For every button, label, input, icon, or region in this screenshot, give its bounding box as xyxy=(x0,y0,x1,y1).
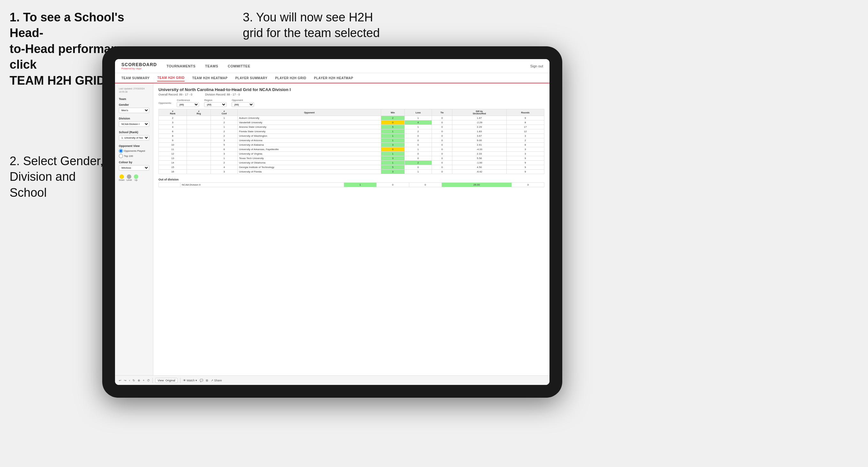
refresh-btn[interactable]: ↻ xyxy=(132,379,135,382)
opponent-view-label: Opponent View xyxy=(119,145,149,148)
subnav-team-summary[interactable]: TEAM SUMMARY xyxy=(121,75,150,81)
region-filter: Region (All) xyxy=(204,99,226,107)
clock-btn[interactable]: ⏱ xyxy=(147,379,150,382)
table-row: 2 1 Auburn University 2 1 0 1.67 9 xyxy=(159,116,545,120)
table-header-row: #Rank #Reg #Conf Opponent Win Loss Tie D… xyxy=(159,109,545,116)
th-diff: Diff AvStrokes/Rnd xyxy=(453,109,506,116)
th-opponent: Opponent xyxy=(238,109,381,116)
th-reg: #Reg xyxy=(187,109,211,116)
logo-main: SCOREBOARD xyxy=(121,62,157,67)
table-row: 16 3 University of Florida 3 1 0 -6.42 9 xyxy=(159,169,545,174)
bottom-toolbar: ↩ ↪ ‹ ↻ ⊕ + ⏱ View: Original 👁 Watch ▾ 💬… xyxy=(115,375,550,385)
region-select[interactable]: (All) xyxy=(204,102,226,107)
opponents-played-option[interactable]: Opponents Played xyxy=(119,149,149,153)
conference-filter: Conference (All) xyxy=(177,99,199,107)
th-rounds: Rounds xyxy=(506,109,544,116)
nav-teams[interactable]: TEAMS xyxy=(205,63,218,69)
legend-level-label: Level xyxy=(126,179,132,181)
undo-btn[interactable]: ↩ xyxy=(119,379,121,382)
legend-level-dot xyxy=(127,175,131,179)
opponent-select[interactable]: (All) xyxy=(231,102,254,107)
ann2-text: 2. Select Gender, Division and School xyxy=(9,154,103,199)
sign-out[interactable]: Sign out xyxy=(530,64,543,68)
subnav-team-h2h-grid[interactable]: TEAM H2H GRID xyxy=(157,75,184,82)
table-row: 3 2 Vanderbilt University 0 4 0 -2.29 8 xyxy=(159,120,545,125)
table-row: 8 2 University of Washington 1 0 0 3.67 … xyxy=(159,134,545,138)
th-loss: Loss xyxy=(404,109,432,116)
division-record: Division Record: 88 - 17 - 0 xyxy=(205,93,240,96)
legend-down-label: Down xyxy=(119,179,125,181)
out-division-row: NCAA Division II 1 0 0 26.00 3 xyxy=(159,183,545,187)
opponent-filter: Opponent (All) xyxy=(231,99,254,107)
redo-btn[interactable]: ↪ xyxy=(124,379,126,382)
table-body: 2 1 Auburn University 2 1 0 1.67 9 3 2 V… xyxy=(159,116,545,174)
out-division-table: NCAA Division II 1 0 0 26.00 3 xyxy=(158,182,545,187)
school-select[interactable]: 1. University of Nort... xyxy=(119,135,149,141)
ann1-line1: 1. To see a School's Head- xyxy=(9,10,124,40)
table-row: 13 1 Texas Tech University 3 0 0 5.56 9 xyxy=(159,156,545,161)
division-label: Division xyxy=(119,117,149,120)
th-tie: Tie xyxy=(432,109,453,116)
table-row: 6 2 Florida State University 1 2 0 1.83 … xyxy=(159,129,545,134)
logo-sub: Powered by clippi xyxy=(121,67,157,70)
division-select[interactable]: NCAA Division I xyxy=(119,121,149,127)
left-panel: Last Updated: 27/03/2024 16:55:38 Team G… xyxy=(115,83,153,375)
filters-row: Opponents: Conference (All) Region (All)… xyxy=(158,99,545,107)
colour-by-label: Colour by xyxy=(119,161,149,164)
top100-option[interactable]: Top 100 xyxy=(119,154,149,158)
table-row: 12 3 University of Virginia 1 0 0 2.33 3 xyxy=(159,152,545,156)
data-table: #Rank #Reg #Conf Opponent Win Loss Tie D… xyxy=(158,109,545,174)
th-win: Win xyxy=(381,109,404,116)
school-label: School (Rank) xyxy=(119,131,149,134)
watch-btn[interactable]: 👁 Watch ▾ xyxy=(183,379,197,382)
conference-select[interactable]: (All) xyxy=(177,102,199,107)
out-division-header: Out of division xyxy=(158,178,545,181)
content-area: Last Updated: 27/03/2024 16:55:38 Team G… xyxy=(115,83,550,375)
tablet: SCOREBOARD Powered by clippi TOURNAMENTS… xyxy=(102,46,562,398)
add-btn[interactable]: + xyxy=(143,379,145,382)
subnav-team-h2h-heatmap[interactable]: TEAM H2H HEATMAP xyxy=(192,75,228,81)
annotation-3: 3. You will now see H2H grid for the tea… xyxy=(243,9,434,41)
legend: Down Level Up xyxy=(119,175,149,181)
gender-select[interactable]: Men's xyxy=(119,107,149,113)
colour-by-select[interactable]: Win/loss xyxy=(119,165,149,170)
table-row: 9 3 University of Arizona 1 0 0 9.00 2 xyxy=(159,138,545,143)
th-conf: #Conf xyxy=(211,109,238,116)
table-row: 11 6 University of Arkansas, Fayettevill… xyxy=(159,147,545,152)
layout-btn[interactable]: ⊞ xyxy=(206,379,208,382)
logo: SCOREBOARD Powered by clippi xyxy=(121,62,157,70)
table-row: 4 1 Arizona State University 5 1 0 2.29 … xyxy=(159,125,545,129)
records-row: Overall Record: 89 - 17 - 0 Division Rec… xyxy=(158,93,545,96)
tablet-screen: SCOREBOARD Powered by clippi TOURNAMENTS… xyxy=(115,59,550,385)
comment-btn[interactable]: 💬 xyxy=(200,379,203,382)
toolbar-sep2 xyxy=(180,378,181,383)
nav-tournaments[interactable]: TOURNAMENTS xyxy=(166,63,195,69)
share-btn[interactable]: ↗ Share xyxy=(211,379,222,382)
th-rank: #Rank xyxy=(159,109,187,116)
subnav-player-h2h-heatmap[interactable]: PLAYER H2H HEATMAP xyxy=(314,75,353,81)
view-original[interactable]: View: Original xyxy=(155,378,177,383)
subnav: TEAM SUMMARY TEAM H2H GRID TEAM H2H HEAT… xyxy=(115,73,550,83)
nav-committee[interactable]: COMMITTEE xyxy=(228,63,250,69)
toolbar-sep xyxy=(152,378,153,383)
legend-up-dot xyxy=(134,175,138,179)
legend-down-dot xyxy=(120,175,124,179)
gender-label: Gender xyxy=(119,103,149,106)
back-btn[interactable]: ‹ xyxy=(129,379,130,382)
subnav-player-summary[interactable]: PLAYER SUMMARY xyxy=(235,75,268,81)
nav-items: TOURNAMENTS TEAMS COMMITTEE xyxy=(166,63,530,69)
subnav-player-h2h-grid[interactable]: PLAYER H2H GRID xyxy=(275,75,306,81)
team-label: Team xyxy=(119,97,149,101)
table-row: 14 2 University of Oklahoma 1 2 0 -1.00 … xyxy=(159,161,545,165)
grid-title: University of North Carolina Head-to-Hea… xyxy=(158,87,545,92)
opponents-label: Opponents: xyxy=(158,101,172,104)
opponent-view-options: Opponents Played Top 100 xyxy=(119,149,149,158)
navbar: SCOREBOARD Powered by clippi TOURNAMENTS… xyxy=(115,59,550,73)
last-updated: Last Updated: 27/03/2024 16:55:38 xyxy=(119,87,149,94)
share-btn2[interactable]: ⊕ xyxy=(138,379,140,382)
ann3-text: 3. You will now see H2H grid for the tea… xyxy=(243,10,380,40)
ann1-bold: TEAM H2H GRID xyxy=(9,74,105,87)
overall-record: Overall Record: 89 - 17 - 0 xyxy=(158,93,192,96)
table-row: 10 5 University of Alabama 3 0 0 2.61 8 xyxy=(159,143,545,147)
table-row: 15 4 Georgia Institute of Technology 5 0… xyxy=(159,165,545,169)
